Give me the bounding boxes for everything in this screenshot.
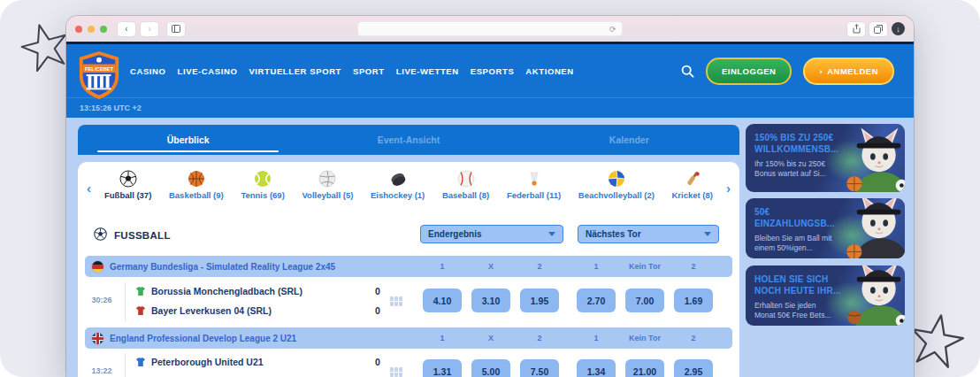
odds-button-kein-tor[interactable]: 7.00 <box>625 289 664 312</box>
odds-button-next-goal-2[interactable]: 2.95 <box>674 359 713 377</box>
view-tabbar: Überblick Event-Ansicht Kalender <box>78 125 739 155</box>
chevron-down-icon <box>704 232 711 236</box>
carousel-next-icon[interactable]: › <box>726 181 731 195</box>
close-window-button[interactable] <box>75 26 82 33</box>
sport-label: Federball (11) <box>507 190 561 200</box>
login-button-label: EINLOGGEN <box>722 66 777 76</box>
home-jersey-icon <box>135 286 146 296</box>
odds-button-1[interactable]: 1.31 <box>423 359 462 377</box>
league-header-england[interactable]: England Professional Develop League 2 U2… <box>85 327 732 349</box>
share-icon[interactable] <box>847 22 865 36</box>
svg-text:FELICEBET: FELICEBET <box>85 66 113 72</box>
promo-title: 50€EINZAHLUNGSB... <box>754 206 896 229</box>
minimize-window-button[interactable] <box>88 26 95 33</box>
odds-button-2[interactable]: 1.95 <box>520 289 559 312</box>
odds-button-next-goal-1[interactable]: 1.34 <box>577 359 616 377</box>
register-button-label: ANMELDEN <box>827 66 878 76</box>
sport-volleyball[interactable]: Volleyball (5) <box>302 170 353 200</box>
dropdown-value: Endergebnis <box>428 229 482 239</box>
odds-button-x[interactable]: 5.00 <box>471 359 510 377</box>
promo-banner-deposit-bonus[interactable]: 50€EINZAHLUNGSB... Bleiben Sie am Ball m… <box>746 198 905 258</box>
match-time: 30:26 <box>85 296 119 304</box>
sport-eishockey[interactable]: Eishockey (1) <box>371 170 425 200</box>
league-name: England Professional Develop League 2 U2… <box>110 334 296 343</box>
sport-kricket[interactable]: Kricket (8) <box>671 170 712 200</box>
sport-label: Beachvolleyball (2) <box>578 190 655 200</box>
login-button[interactable]: EINLOGGEN <box>706 58 792 85</box>
tab-ueberblick[interactable]: Überblick <box>78 125 298 155</box>
nav-aktionen[interactable]: AKTIONEN <box>525 66 573 76</box>
forward-button[interactable]: › <box>141 22 158 36</box>
sport-basketball[interactable]: Basketball (9) <box>169 170 224 200</box>
match-teams[interactable]: Peterborough United U21 Wigan Athletic U… <box>135 352 264 377</box>
browser-window: ‹ › ⟳ ↓ <box>66 16 914 377</box>
match-stats-icon[interactable] <box>390 367 402 377</box>
nav-sport[interactable]: SPORT <box>353 66 385 76</box>
column-header-2b: 2 <box>674 256 713 277</box>
chevron-down-icon <box>548 232 555 236</box>
refresh-icon[interactable]: ⟳ <box>609 25 616 34</box>
sport-fussball[interactable]: Fußball (37) <box>104 170 151 200</box>
promo-banner-welcome-bonus[interactable]: 150% BIS ZU 250€WILLKOMMENSB... Ihr 150%… <box>746 124 905 192</box>
nav-live-casino[interactable]: LIVE-CASINO <box>178 66 238 76</box>
downloads-icon[interactable]: ↓ <box>892 22 905 35</box>
nav-live-wetten[interactable]: LIVE-WETTEN <box>396 66 459 76</box>
match-teams[interactable]: Borussia Monchengladbach (SRL) Bayer Lev… <box>135 281 302 320</box>
tab-event-ansicht[interactable]: Event-Ansicht <box>298 125 518 155</box>
cricket-bat-icon <box>684 170 701 188</box>
sidebar-toggle-icon[interactable] <box>167 22 185 36</box>
address-bar[interactable]: ⟳ <box>358 21 623 36</box>
away-team-name: Bayer Leverkusen 04 (SRL) <box>151 305 272 316</box>
sport-federball[interactable]: Federball (11) <box>507 170 561 200</box>
sport-baseball[interactable]: Baseball (8) <box>442 170 489 200</box>
column-header-1b: 1 <box>577 327 616 349</box>
match-row-peterborough-wigan: 13:22 Peterborough United U21 Wigan Athl… <box>85 350 732 377</box>
home-score: 0 <box>372 352 383 372</box>
odds-button-kein-tor[interactable]: 21.00 <box>625 359 664 377</box>
odds-button-2[interactable]: 7.50 <box>520 359 559 377</box>
nav-casino[interactable]: CASINO <box>130 66 166 76</box>
sport-label: Baseball (8) <box>442 190 489 200</box>
away-jersey-icon <box>135 305 146 316</box>
main-nav: CASINO LIVE-CASINO VIRTUELLER SPORT SPOR… <box>130 66 574 76</box>
search-icon[interactable] <box>681 65 694 78</box>
odds-button-next-goal-2[interactable]: 1.69 <box>674 289 713 312</box>
betting-panel: ‹ › Fußball (37) B <box>78 162 739 377</box>
back-button[interactable]: ‹ <box>118 22 135 36</box>
column-header-2b: 2 <box>674 327 713 349</box>
sport-tennis[interactable]: Tennis (69) <box>241 170 284 200</box>
register-button[interactable]: › ANMELDEN <box>803 58 894 85</box>
zoom-window-button[interactable] <box>100 26 107 33</box>
league-header-germany[interactable]: Germany Bundesliga - Simulated Reality L… <box>85 256 732 277</box>
column-header-1b: 1 <box>577 256 616 277</box>
time-bar: 13:15:26 UTC +2 <box>66 97 914 118</box>
nav-esports[interactable]: ESPORTS <box>471 66 515 76</box>
browser-chrome: ‹ › ⟳ ↓ <box>66 16 914 42</box>
utc-time: 13:15:26 UTC +2 <box>80 104 142 112</box>
column-header-2: 2 <box>520 256 559 277</box>
column-header-1: 1 <box>423 256 462 277</box>
market-filter-naechstes-tor[interactable]: Nächstes Tor <box>578 225 719 243</box>
site-header: FELICEBET CASINO LIVE-CASINO VIRTUELLER … <box>66 44 914 97</box>
hockey-puck-icon <box>389 170 407 188</box>
odds-button-1[interactable]: 4.10 <box>423 289 462 312</box>
felicebet-logo[interactable]: FELICEBET <box>77 50 121 101</box>
odds-button-x[interactable]: 3.10 <box>471 289 510 312</box>
sport-label: Volleyball (5) <box>302 190 353 200</box>
match-stats-icon[interactable] <box>390 296 402 306</box>
sports-carousel: ‹ › Fußball (37) B <box>78 162 739 215</box>
odds-button-next-goal-1[interactable]: 2.70 <box>577 289 616 312</box>
sport-label: Basketball (9) <box>169 190 224 200</box>
league-name: Germany Bundesliga - Simulated Reality L… <box>110 262 335 272</box>
germany-flag-icon <box>92 261 103 273</box>
market-filter-endergebnis[interactable]: Endergebnis <box>420 225 563 243</box>
sport-beachvolleyball[interactable]: Beachvolleyball (2) <box>578 170 655 200</box>
tabs-overview-icon[interactable] <box>869 22 887 36</box>
section-title-label: FUSSBALL <box>114 230 171 241</box>
promo-banner-free-bets[interactable]: HOLEN SIE SICHNOCH HEUTE IHR... Erhalten… <box>746 265 905 326</box>
divider <box>125 353 126 377</box>
sport-label: Fußball (37) <box>104 190 151 200</box>
nav-virtueller-sport[interactable]: VIRTUELLER SPORT <box>249 66 341 76</box>
tab-kalender[interactable]: Kalender <box>519 125 739 155</box>
carousel-prev-icon[interactable]: ‹ <box>87 181 91 195</box>
